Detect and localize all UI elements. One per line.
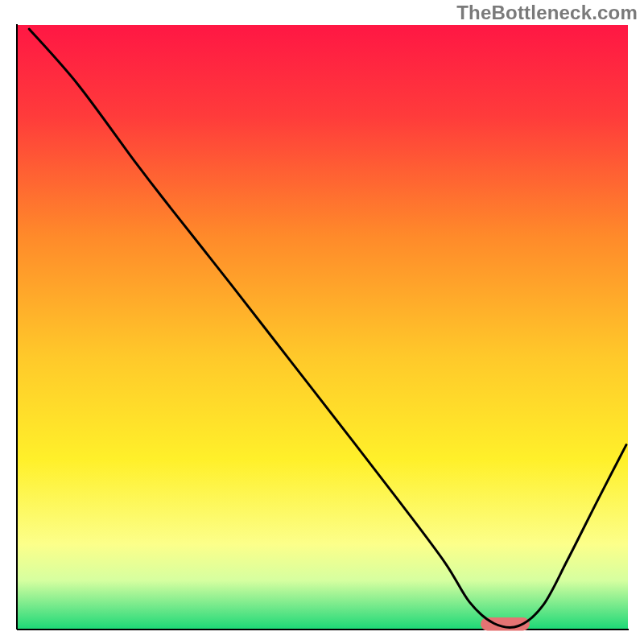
- chart-container: TheBottleneck.com: [0, 0, 644, 644]
- bottleneck-chart: [0, 0, 644, 644]
- watermark-label: TheBottleneck.com: [456, 2, 638, 24]
- gradient-background: [18, 25, 628, 629]
